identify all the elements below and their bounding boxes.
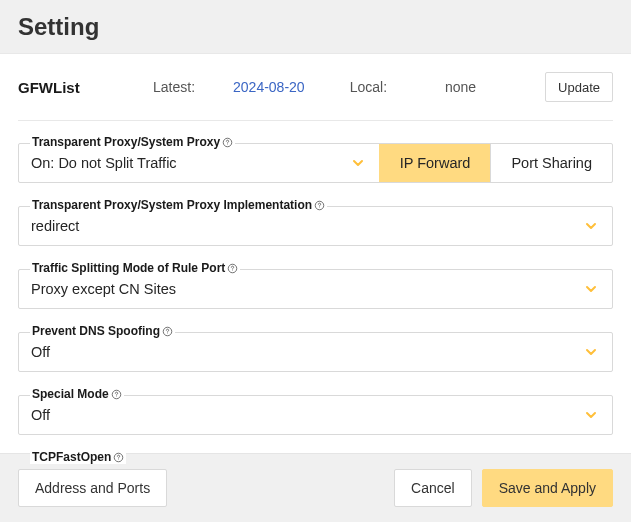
dns-spoof-select[interactable]: Off xyxy=(18,332,613,372)
page-title: Setting xyxy=(18,13,613,41)
gfwlist-local-label: Local: xyxy=(350,79,387,95)
split-mode-label: Traffic Splitting Mode of Rule Port xyxy=(30,261,240,275)
chevron-down-icon xyxy=(585,283,597,295)
gfwlist-latest-label: Latest: xyxy=(153,79,195,95)
svg-point-3 xyxy=(319,207,320,208)
gfwlist-title: GFWList xyxy=(18,79,153,96)
implementation-select[interactable]: redirect xyxy=(18,206,613,246)
dns-spoof-label: Prevent DNS Spoofing xyxy=(30,324,175,338)
address-ports-button[interactable]: Address and Ports xyxy=(18,469,167,507)
help-icon[interactable] xyxy=(222,137,233,148)
help-icon[interactable] xyxy=(227,263,238,274)
chevron-down-icon xyxy=(585,346,597,358)
help-icon[interactable] xyxy=(111,389,122,400)
transparent-proxy-combo: On: Do not Split Traffic IP Forward Port… xyxy=(18,143,613,183)
help-icon[interactable] xyxy=(314,200,325,211)
cancel-button[interactable]: Cancel xyxy=(394,469,472,507)
ip-forward-button[interactable]: IP Forward xyxy=(379,144,491,182)
svg-point-7 xyxy=(167,333,168,334)
special-mode-select[interactable]: Off xyxy=(18,395,613,435)
transparent-proxy-label: Transparent Proxy/System Proxy xyxy=(30,135,235,149)
svg-point-1 xyxy=(227,144,228,145)
help-icon[interactable] xyxy=(113,452,124,463)
chevron-down-icon xyxy=(585,409,597,421)
tcp-fastopen-label: TCPFastOpen xyxy=(30,450,126,464)
chevron-down-icon xyxy=(352,157,364,169)
implementation-label: Transparent Proxy/System Proxy Implement… xyxy=(30,198,327,212)
save-apply-button[interactable]: Save and Apply xyxy=(482,469,613,507)
svg-point-11 xyxy=(119,459,120,460)
svg-point-5 xyxy=(233,270,234,271)
help-icon[interactable] xyxy=(162,326,173,337)
update-button[interactable]: Update xyxy=(545,72,613,102)
transparent-proxy-select[interactable]: On: Do not Split Traffic xyxy=(19,144,379,182)
split-mode-select[interactable]: Proxy except CN Sites xyxy=(18,269,613,309)
port-sharing-button[interactable]: Port Sharing xyxy=(490,144,612,182)
svg-point-9 xyxy=(116,396,117,397)
gfwlist-row: GFWList Latest: 2024-08-20 Local: none U… xyxy=(18,54,613,121)
chevron-down-icon xyxy=(585,220,597,232)
gfwlist-latest-link[interactable]: 2024-08-20 xyxy=(233,79,305,95)
gfwlist-local-value: none xyxy=(445,79,476,95)
special-mode-label: Special Mode xyxy=(30,387,124,401)
